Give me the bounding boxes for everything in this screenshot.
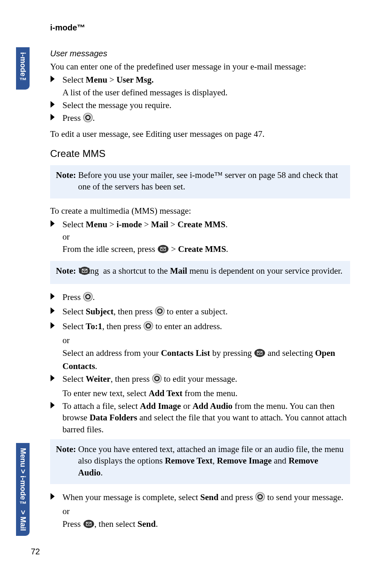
step-text: Select the message you require. <box>62 99 171 111</box>
create-mms-intro: To create a multimedia (MMS) message: <box>50 206 350 216</box>
heading-create-mms: Create MMS <box>50 148 350 159</box>
select-key-icon <box>255 492 265 505</box>
user-messages-after: To edit a user message, see Editing user… <box>50 128 350 140</box>
select-key-icon <box>83 113 93 125</box>
user-messages-steps: Select Menu > User Msg. A list of the us… <box>50 74 350 125</box>
triangle-bullet-icon <box>50 74 58 84</box>
mail-key-icon <box>83 519 95 531</box>
mail-key-icon <box>254 348 265 360</box>
list-item: To attach a file, select Add Image or Ad… <box>50 400 350 435</box>
triangle-bullet-icon <box>50 219 58 228</box>
sidebar: i-mode™ Menu > i-mode™ > Mail <box>0 0 31 579</box>
select-key-icon <box>155 306 165 319</box>
step-text: When your message is complete, select Se… <box>62 491 344 531</box>
list-item: Press . <box>50 291 350 304</box>
mail-key-icon <box>157 245 169 256</box>
list-item: Select Subject, then press to enter a su… <box>50 306 350 319</box>
step-text: Press . <box>62 291 95 304</box>
tab-chapter: i-mode™ <box>16 47 30 90</box>
list-item: Press . <box>50 112 350 125</box>
note-box: Note: Before you use your mailer, see i-… <box>50 165 350 198</box>
create-mms-steps-2: Press . Select Subject, then press to en… <box>50 291 350 435</box>
list-item: Select the message you require. <box>50 99 350 111</box>
step-text: Select To:1, then press to enter an addr… <box>62 321 350 372</box>
user-messages-intro: You can enter one of the predefined user… <box>50 61 350 72</box>
step-text: To attach a file, select Add Image or Ad… <box>62 400 350 435</box>
note-text: Before you use your mailer, see i-mode™ … <box>76 170 338 191</box>
triangle-bullet-icon <box>50 306 58 316</box>
triangle-bullet-icon <box>50 491 58 501</box>
triangle-bullet-icon <box>50 400 58 410</box>
note-label: Note: <box>56 266 76 276</box>
select-key-icon <box>83 292 93 304</box>
select-key-icon <box>143 321 153 334</box>
triangle-bullet-icon <box>50 321 58 330</box>
list-item: Select Menu > User Msg. A list of the us… <box>50 74 350 98</box>
step-text: Select Subject, then press to enter a su… <box>62 306 228 319</box>
triangle-bullet-icon <box>50 99 58 109</box>
step-text: Select Menu > i-mode > Mail > Create MMS… <box>62 219 228 257</box>
triangle-bullet-icon <box>50 291 58 301</box>
chapter-title: i-mode™ <box>50 23 350 32</box>
tab-breadcrumb: Menu > i-mode™ > Mail <box>16 443 30 536</box>
list-item: Select Menu > i-mode > Mail > Create MMS… <box>50 219 350 257</box>
triangle-bullet-icon <box>50 112 58 122</box>
note-box: Note: Once you have entered text, attach… <box>50 439 350 484</box>
note-label: Note: <box>56 170 76 180</box>
list-item: Select Weiter, then press to edit your m… <box>50 373 350 399</box>
content-area: i-mode™ User messages You can enter one … <box>50 23 350 534</box>
create-mms-final: When your message is complete, select Se… <box>50 491 350 531</box>
heading-user-messages: User messages <box>50 49 350 58</box>
select-key-icon <box>152 374 162 386</box>
note-box: Note: Using as a shortcut to the Mail me… <box>50 261 350 284</box>
list-item: Select To:1, then press to enter an addr… <box>50 321 350 372</box>
triangle-bullet-icon <box>50 373 58 383</box>
step-text: Select Menu > User Msg. A list of the us… <box>62 74 228 98</box>
create-mms-step-1: Select Menu > i-mode > Mail > Create MMS… <box>50 219 350 257</box>
note-label: Note: <box>56 444 76 454</box>
step-text: Select Weiter, then press to edit your m… <box>62 373 238 399</box>
page-root: { "sidebar": { "tab_top": "i-mode™", "ta… <box>0 0 392 579</box>
list-item: When your message is complete, select Se… <box>50 491 350 531</box>
step-text: Press . <box>62 112 95 125</box>
page-number: 72 <box>31 547 40 556</box>
